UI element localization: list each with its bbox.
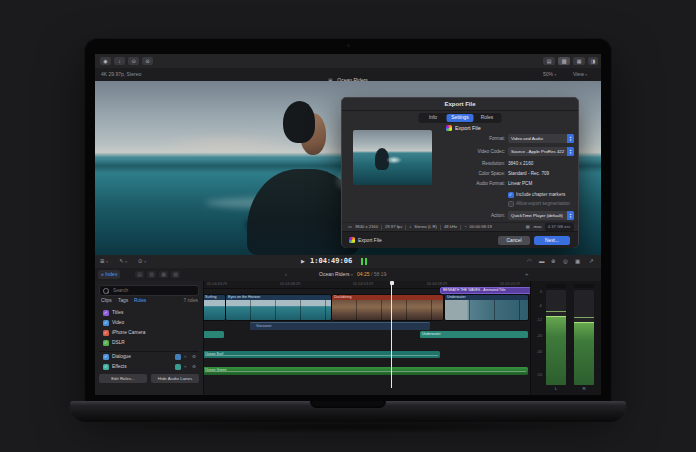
peak-readout-left (546, 284, 566, 288)
audio-meter-mini-right (365, 258, 367, 265)
export-file-header: Export File (455, 125, 481, 131)
lane-toggle-icon[interactable] (175, 354, 181, 360)
insert-edit-icon[interactable]: ↓ (114, 57, 125, 65)
dialog-title: Export File (342, 101, 578, 107)
tab-settings[interactable]: Settings (447, 114, 474, 122)
voiceover-clip[interactable]: Voiceover (250, 322, 430, 330)
export-app-icon (446, 125, 452, 131)
clip-appearance-icon[interactable]: ⊙ ▾ (138, 255, 146, 269)
role-checkbox[interactable]: ✓ (103, 354, 109, 360)
video-codec-dropdown[interactable]: Source - Apple ProRes 422 ▴▾ (508, 147, 574, 156)
audio-format-value: Linear PCM (508, 180, 532, 187)
role-row-titles[interactable]: ✓ Titles (95, 309, 203, 318)
audio-format-label: Audio Format: (450, 180, 505, 187)
snapping-icon[interactable]: ◎ (563, 255, 568, 268)
lane-view-icon[interactable]: ▧ (171, 271, 180, 278)
lane-view-icon[interactable]: ▤ (135, 271, 144, 278)
role-checkbox[interactable]: ✓ (103, 330, 109, 336)
timeline-toolbar: ⊞ ▾ ↖ ▾ ⊙ ▾ ▶ 1:04:49:06 ◠ ▬ ⊕ ◎ ▣ ↗ (95, 255, 601, 269)
play-icon[interactable]: ▶ (301, 255, 305, 268)
video-clip-duckdiving[interactable]: Duckdiving (332, 295, 443, 320)
previous-project-arrow[interactable]: ‹ (285, 268, 287, 281)
action-dropdown[interactable]: QuickTime Player (default) ▴▾ (508, 211, 574, 220)
cloud (155, 133, 295, 155)
playhead[interactable] (391, 281, 392, 388)
add-project-icon[interactable]: + (525, 268, 529, 281)
hide-audio-lanes-button[interactable]: Hide Audio Lanes (151, 374, 199, 383)
index-search-field[interactable] (99, 285, 199, 296)
index-tab-tags[interactable]: Tags (118, 297, 128, 305)
view-dropdown[interactable]: View ▾ (573, 68, 587, 82)
sidebar-toggle-icon[interactable]: ◨ (588, 57, 598, 65)
cancel-button[interactable]: Cancel (498, 236, 530, 245)
video-clip-eyes-on-the-horizon[interactable]: Eyes on the Horizon (226, 295, 331, 320)
summary-fps: 29.97 fps (385, 223, 402, 231)
role-checkbox[interactable]: ✓ (103, 364, 109, 370)
allow-export-segmentation-checkbox[interactable] (508, 201, 514, 207)
divider (342, 110, 578, 111)
index-tab-clips[interactable]: Clips (101, 297, 112, 305)
gear-icon[interactable]: ⚙ (192, 364, 196, 370)
solo-icon[interactable]: ⊕ (551, 255, 556, 268)
connect-edit-icon[interactable]: ◉ (100, 57, 111, 65)
index-button[interactable]: « Index (98, 270, 120, 279)
summary-rate: 48 kHz (444, 223, 457, 231)
timeline-toggle-icon[interactable]: ▥ (558, 57, 570, 65)
role-row-video[interactable]: ✓ Video (95, 319, 203, 328)
inspector-toggle-icon[interactable]: ▦ (573, 57, 585, 65)
playhead-timecode: 1:04:49:06 (310, 255, 352, 268)
audio-meters-toggle-icon[interactable]: ▣ (575, 255, 580, 268)
edit-roles-button[interactable]: Edit Roles... (99, 374, 147, 383)
select-tool-icon[interactable]: ↖ ▾ (119, 255, 127, 269)
summary-resolution: 3840 x 2160 (355, 223, 378, 231)
next-project-arrow[interactable]: › (385, 268, 387, 281)
audio-skimming-icon[interactable]: ▬ (539, 255, 545, 268)
music-audio-clip[interactable]: Ocean Green (203, 367, 528, 375)
include-chapter-markers-label: Include chapter markers (516, 192, 565, 198)
ruler-timecode: 01:04:43:29 (207, 281, 227, 288)
audio-clip-short[interactable] (203, 331, 224, 338)
summary-audio: Stereo (L R) (414, 223, 437, 231)
underwater-audio-clip[interactable]: Underwater (420, 331, 528, 338)
search-input[interactable] (111, 286, 199, 295)
tab-roles[interactable]: Roles (474, 114, 501, 122)
db-scale-label: -20 (531, 334, 542, 338)
db-scale-label: -12 (531, 318, 542, 322)
timeline-display-options-icon[interactable]: ⊞ ▾ (100, 255, 108, 269)
overwrite-edit-icon[interactable]: ⊘ (142, 57, 153, 65)
video-clip-underwater[interactable]: Underwater (445, 295, 528, 320)
append-edit-icon[interactable]: ⊙ (128, 57, 139, 65)
video-clip-surfing[interactable]: Surfing (203, 295, 225, 320)
tab-info[interactable]: Info (420, 114, 447, 122)
expand-icon[interactable]: ↗ (589, 255, 594, 268)
lane-view-icon[interactable]: ▦ (159, 271, 168, 278)
summary-duration: 00:00:58:19 (470, 223, 492, 231)
export-file-dialog: Export File Info Settings Roles Export F… (341, 97, 579, 248)
timeline-project-dropdown[interactable]: Ocean Riders ▾ (319, 268, 353, 282)
audio-wave-icon[interactable]: ≈ (184, 364, 186, 370)
ruler-timecode: 01:04:53:29 (353, 281, 373, 288)
role-checkbox[interactable]: ✓ (103, 310, 109, 316)
browser-toggle-icon[interactable]: ▤ (543, 57, 555, 65)
index-tab-roles[interactable]: Roles (134, 297, 146, 305)
ocean-surf-audio-clip[interactable]: Ocean Surf (203, 351, 440, 358)
role-row-iphone-camera[interactable]: ✓ iPhone Camera (95, 329, 203, 338)
db-scale-label: -6 (531, 304, 542, 308)
format-dropdown[interactable]: Video and Audio ▴▾ (508, 134, 574, 143)
next-button[interactable]: Next... (534, 236, 570, 245)
role-row-dslr[interactable]: ✓ DSLR (95, 339, 203, 348)
role-row-dialogue[interactable]: ✓ Dialogue ≈ ⚙ (95, 353, 203, 362)
title-clip[interactable]: BENEATH THE WAVES - Animated Title (440, 287, 532, 294)
role-row-effects[interactable]: ✓ Effects ≈ ⚙ (95, 363, 203, 372)
lane-toggle-icon[interactable] (175, 364, 181, 370)
audio-meters-panel: 0 -6 -12 -20 -30 -50 L R (530, 281, 601, 395)
zoom-level-dropdown[interactable]: 50% ▾ (543, 68, 556, 82)
skimming-icon[interactable]: ◠ (527, 255, 532, 268)
include-chapter-markers-checkbox[interactable]: ✓ (508, 192, 514, 198)
role-checkbox[interactable]: ✓ (103, 340, 109, 346)
role-checkbox[interactable]: ✓ (103, 320, 109, 326)
gear-icon[interactable]: ⚙ (192, 354, 196, 360)
fcp-toolbar: ◉ ↓ ⊙ ⊘ ▤ ▥ ▦ ◨ (95, 54, 601, 69)
audio-wave-icon[interactable]: ≈ (184, 354, 186, 360)
lane-view-icon[interactable]: ▥ (147, 271, 156, 278)
